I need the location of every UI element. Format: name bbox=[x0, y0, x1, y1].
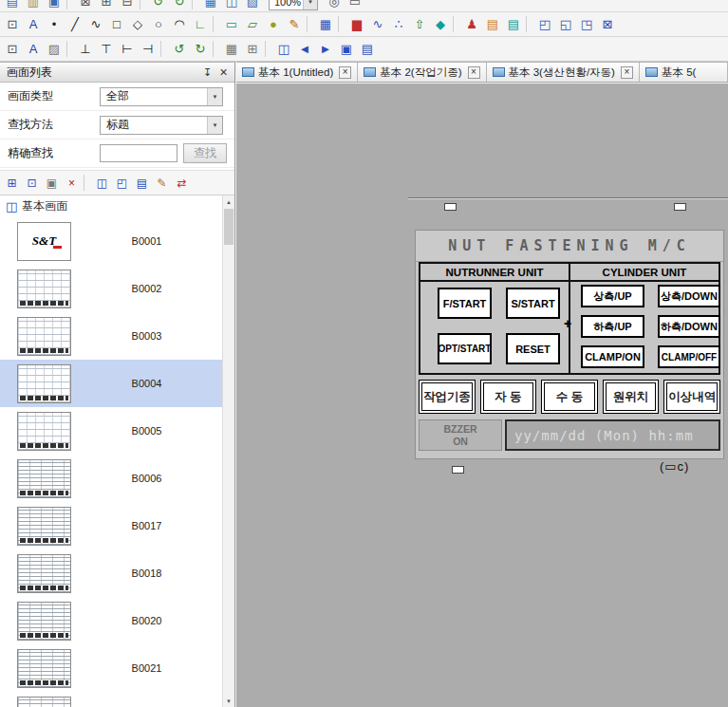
switch-set-icon[interactable]: ⊢ bbox=[117, 39, 138, 59]
screen-thumbnail[interactable] bbox=[17, 697, 71, 707]
scale-tool-icon[interactable]: ∟ bbox=[190, 14, 211, 34]
screen-first-icon[interactable]: ▣ bbox=[336, 39, 357, 59]
buzzer-button[interactable]: BZZER ON bbox=[419, 419, 502, 451]
text-part-icon[interactable]: A bbox=[23, 39, 44, 59]
switch-alternate-icon[interactable]: ⊤ bbox=[96, 39, 117, 59]
select-tool-icon[interactable]: ⊡ bbox=[2, 14, 23, 34]
screen-thumbnail[interactable] bbox=[17, 317, 71, 356]
selection-handle[interactable] bbox=[452, 466, 464, 474]
part-place-icon[interactable]: ⊞ bbox=[242, 39, 263, 59]
window-close-icon[interactable]: ⊠ bbox=[597, 14, 618, 34]
cut-icon[interactable]: ⊠ bbox=[75, 0, 96, 11]
screen-next-icon[interactable]: ► bbox=[315, 39, 336, 59]
image-part-icon[interactable]: ▨ bbox=[44, 39, 65, 59]
screen-list-item[interactable]: B0020 bbox=[0, 597, 222, 644]
window-cascade-icon[interactable]: ◱ bbox=[555, 14, 576, 34]
level-meter-icon[interactable]: ⇧ bbox=[409, 14, 430, 34]
xy-graph-icon[interactable]: ∴ bbox=[388, 14, 409, 34]
delete-screen-icon[interactable]: × bbox=[62, 174, 82, 193]
add-screen-icon[interactable]: ⊞ bbox=[2, 174, 22, 193]
lamp-icon[interactable]: ● bbox=[263, 14, 284, 34]
tab-base-2[interactable]: 基本 2(작업기종) × bbox=[358, 63, 486, 82]
btn-clamp-off[interactable]: CLAMP/OFF bbox=[658, 345, 720, 368]
btn-lower-up[interactable]: 하측/UP bbox=[581, 315, 644, 338]
screen-thumbnail[interactable] bbox=[17, 364, 71, 403]
ellipse-tool-icon[interactable]: ○ bbox=[148, 14, 169, 34]
paste-screen-icon[interactable]: ▣ bbox=[42, 174, 62, 193]
screen-thumbnail[interactable] bbox=[17, 507, 71, 546]
search-input[interactable] bbox=[100, 144, 177, 162]
scrollbar-thumb[interactable] bbox=[224, 209, 233, 245]
selection-handle[interactable] bbox=[444, 203, 457, 211]
polygon-tool-icon[interactable]: ◇ bbox=[127, 14, 148, 34]
btn-error-list[interactable]: 이상내역 bbox=[663, 380, 720, 414]
design-canvas[interactable]: NUT FASTENING M/C NUTRUNNER UNIT F/START… bbox=[236, 84, 728, 707]
screen-thumbnail[interactable] bbox=[17, 270, 71, 308]
tree-root-item[interactable]: ◫ 基本画面 bbox=[0, 195, 234, 217]
arc-tool-icon[interactable]: ◠ bbox=[169, 14, 190, 34]
tab-base-5[interactable]: 基本 5( bbox=[640, 63, 728, 82]
text-tool-icon[interactable]: A bbox=[23, 14, 44, 34]
tab-base-3[interactable]: 基本 3(생산현황/자동) × bbox=[487, 63, 640, 82]
btn-upper-down[interactable]: 상측/DOWN bbox=[658, 285, 720, 307]
multi-key-icon[interactable]: ▱ bbox=[242, 14, 263, 34]
screen-list-item[interactable]: B0005 bbox=[0, 407, 222, 455]
close-icon[interactable]: × bbox=[215, 65, 232, 80]
btn-upper-up[interactable]: 상측/UP bbox=[581, 285, 644, 307]
screen-thumbnail[interactable] bbox=[17, 459, 71, 498]
tab-close-icon[interactable]: × bbox=[621, 66, 633, 79]
pin-icon[interactable]: ↧ bbox=[199, 65, 215, 80]
bar-graph-icon[interactable]: ▆ bbox=[346, 14, 367, 34]
screen-display-icon[interactable]: ◫ bbox=[92, 174, 112, 193]
undo-icon[interactable]: ↺ bbox=[148, 0, 169, 11]
btn-origin[interactable]: 원위치 bbox=[603, 380, 660, 414]
data-table-icon[interactable]: ▦ bbox=[315, 14, 336, 34]
paste-icon[interactable]: ⊟ bbox=[117, 0, 138, 11]
fit-screen-icon[interactable]: ▭ bbox=[345, 0, 365, 11]
screen-edit-icon[interactable]: ✎ bbox=[152, 174, 172, 193]
polyline-tool-icon[interactable]: ∿ bbox=[85, 14, 106, 34]
screen-list-item[interactable]: S&TB0001 bbox=[0, 217, 222, 265]
preview-screen-icon[interactable]: ◫ bbox=[221, 0, 242, 11]
screen-list-item[interactable]: B0002 bbox=[0, 265, 222, 312]
screen-list-icon[interactable]: ▤ bbox=[357, 39, 378, 59]
zoom-icon[interactable]: ◎ bbox=[324, 0, 345, 11]
window-tile-icon[interactable]: ◳ bbox=[576, 14, 597, 34]
rotate-ccw-icon[interactable]: ↺ bbox=[169, 39, 190, 59]
btn-lower-down[interactable]: 하측/DOWN bbox=[658, 315, 720, 338]
open-project-icon[interactable]: ▥ bbox=[23, 0, 44, 11]
search-method-select[interactable]: 标题 bbox=[100, 116, 223, 135]
save-icon[interactable]: ▣ bbox=[44, 0, 65, 11]
btn-work-model[interactable]: 작업기종 bbox=[419, 380, 476, 414]
screen-type-select[interactable]: 全部 bbox=[100, 87, 223, 106]
switch-reset-icon[interactable]: ⊣ bbox=[138, 39, 159, 59]
screen-thumbnail[interactable] bbox=[17, 649, 71, 688]
btn-reset[interactable]: RESET bbox=[506, 333, 560, 364]
chevron-down-icon[interactable] bbox=[207, 88, 222, 105]
scroll-down-button[interactable] bbox=[223, 695, 234, 707]
screen-list-item[interactable]: B0006 bbox=[0, 455, 222, 502]
screen-jump-icon[interactable]: ◫ bbox=[273, 39, 294, 59]
zoom-select[interactable]: 100% bbox=[269, 0, 318, 10]
copy-icon[interactable]: ⊞ bbox=[96, 0, 117, 11]
message-display-icon[interactable]: ✎ bbox=[284, 14, 305, 34]
grid-toggle-icon[interactable]: ▦ bbox=[200, 0, 221, 11]
recipe-icon[interactable]: ▤ bbox=[503, 14, 524, 34]
screen-thumbnail[interactable]: S&T bbox=[17, 222, 71, 261]
guide-line[interactable] bbox=[408, 197, 728, 198]
screen-transfer-icon[interactable]: ⇄ bbox=[172, 174, 192, 193]
btn-opt-start[interactable]: OPT/START bbox=[438, 333, 492, 364]
screen-list-item[interactable]: B0018 bbox=[0, 549, 222, 597]
screen-prev-icon[interactable]: ◄ bbox=[294, 39, 315, 59]
screen-copy-to-icon[interactable]: ▤ bbox=[132, 174, 152, 193]
screen-thumbnail[interactable] bbox=[17, 554, 71, 593]
trend-graph-icon[interactable]: ∿ bbox=[367, 14, 388, 34]
hmi-screen[interactable]: NUT FASTENING M/C NUTRUNNER UNIT F/START… bbox=[415, 230, 724, 459]
screen-list-item[interactable]: B0021 bbox=[0, 644, 222, 692]
copy-screen-icon[interactable]: ⊡ bbox=[22, 174, 42, 193]
line-tool-icon[interactable]: ╱ bbox=[65, 14, 85, 34]
screen-list-item[interactable] bbox=[0, 692, 222, 707]
tab-close-icon[interactable]: × bbox=[339, 66, 351, 79]
btn-f-start[interactable]: F/START bbox=[438, 288, 492, 319]
simulate-icon[interactable]: ▧ bbox=[242, 0, 263, 11]
